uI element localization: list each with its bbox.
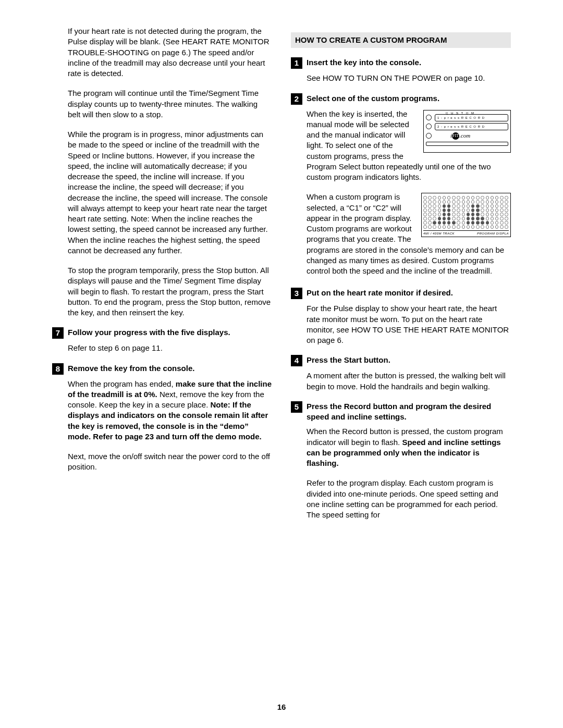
ifit-logo: iFIT.com: [426, 132, 508, 140]
led-dot: [471, 217, 475, 220]
led-dot: [505, 213, 508, 216]
step-title: Remove the key from the console.: [68, 363, 272, 374]
step-title: Follow your progress with the five displ…: [68, 327, 272, 338]
led-dot-matrix: [423, 196, 509, 229]
led-dot: [491, 225, 494, 229]
led-dot: [457, 208, 460, 212]
step-3-heading: 3 Put on the heart rate monitor if desir…: [291, 288, 511, 299]
step-title: Put on the heart rate monitor if desired…: [307, 288, 511, 298]
led-dot: [457, 196, 460, 200]
led-dot: [476, 208, 480, 212]
key-slot-icon: [426, 142, 508, 146]
led-dot: [428, 208, 432, 212]
led-dot: [476, 221, 480, 225]
indicator-light-icon: [426, 124, 432, 129]
led-dot: [452, 204, 456, 208]
led-dot: [438, 208, 442, 212]
led-dot: [447, 208, 451, 212]
led-dot: [467, 204, 470, 208]
led-dot: [438, 196, 442, 200]
led-dot: [423, 208, 427, 212]
led-dot: [491, 196, 494, 200]
manual-page: If your heart rate is not detected durin…: [0, 0, 563, 728]
step-7-heading: 7 Follow your progress with the five dis…: [52, 327, 272, 339]
step-number-box: 1: [291, 57, 302, 69]
led-dot: [438, 225, 442, 229]
led-dot: [428, 204, 432, 208]
step-title: Select one of the custom programs.: [307, 93, 511, 104]
led-dot: [452, 200, 456, 204]
led-dot: [428, 200, 432, 204]
led-dot: [476, 213, 480, 216]
led-dot: [505, 196, 508, 200]
program-display-illustration: 4MI / 400M TRACK PROGRAM DISPLA: [421, 193, 511, 237]
body-paragraph: A moment after the button is pressed, th…: [291, 371, 511, 392]
custom-slot-row: 1 - p r e s s R E C O R D: [426, 114, 508, 121]
step-1-heading: 1 Insert the key into the console.: [291, 57, 511, 69]
section-heading-bar: HOW TO CREATE A CUSTOM PROGRAM: [291, 32, 511, 48]
led-dot: [471, 196, 475, 200]
led-dot: [505, 204, 508, 208]
led-dot: [457, 200, 460, 204]
led-dot: [486, 208, 489, 212]
led-dot: [486, 200, 489, 204]
body-paragraph: See HOW TO TURN ON THE POWER on page 10.: [291, 73, 511, 83]
led-dot: [476, 200, 480, 204]
step-number-box: 2: [291, 93, 302, 105]
custom-slot-label: 2 - p r e s s R E C O R D: [435, 123, 508, 130]
led-dot: [443, 213, 446, 216]
led-dot: [481, 196, 484, 200]
led-dot: [433, 196, 436, 200]
led-dot: [447, 204, 451, 208]
led-dot: [495, 225, 499, 229]
led-dot: [491, 208, 494, 212]
step-title: Insert the key into the console.: [307, 57, 511, 68]
led-dot: [433, 213, 436, 216]
led-dot: [467, 200, 470, 204]
custom-slot-row: 2 - p r e s s R E C O R D: [426, 123, 508, 130]
step-8-heading: 8 Remove the key from the console.: [52, 363, 272, 375]
led-dot: [438, 213, 442, 216]
led-dot: [495, 200, 499, 204]
led-dot: [457, 225, 460, 229]
led-dot: [462, 208, 466, 212]
led-dot: [500, 204, 504, 208]
led-dot: [443, 204, 446, 208]
step-title: Press the Record button and program the …: [307, 401, 511, 423]
led-dot: [462, 213, 466, 216]
led-dot: [500, 221, 504, 225]
led-dot: [433, 200, 436, 204]
led-dot: [452, 225, 456, 229]
led-dot: [462, 196, 466, 200]
led-dot: [500, 225, 504, 229]
led-dot: [433, 204, 436, 208]
led-dot: [443, 221, 446, 225]
led-dot: [452, 208, 456, 212]
led-dot: [462, 204, 466, 208]
logo-dotcom: .com: [459, 132, 470, 139]
step-number-box: 7: [52, 327, 64, 339]
step-4-heading: 4 Press the Start button.: [291, 355, 511, 366]
led-dot: [438, 221, 442, 225]
custom-slot-label: 1 - p r e s s R E C O R D: [435, 114, 508, 121]
led-dot: [500, 200, 504, 204]
step-2-heading: 2 Select one of the custom programs.: [291, 93, 511, 105]
led-dot: [428, 225, 432, 229]
body-paragraph: The program will continue until the Time…: [52, 88, 272, 120]
indicator-light-icon: [426, 115, 432, 120]
console-custom-slot-illustration: C U S T O M 1 - p r e s s R E C O R D 2 …: [423, 110, 511, 153]
led-dot: [452, 217, 456, 220]
led-dot: [443, 217, 446, 220]
led-dot: [476, 225, 480, 229]
led-dot: [500, 213, 504, 216]
led-dot: [423, 213, 427, 216]
led-dot: [505, 208, 508, 212]
led-dot: [495, 213, 499, 216]
led-dot: [433, 217, 436, 220]
two-column-layout: If your heart rate is not detected durin…: [52, 26, 511, 697]
led-dot: [443, 200, 446, 204]
led-dot: [428, 217, 432, 220]
led-dot: [423, 204, 427, 208]
led-dot: [467, 208, 470, 212]
led-dot: [495, 196, 499, 200]
